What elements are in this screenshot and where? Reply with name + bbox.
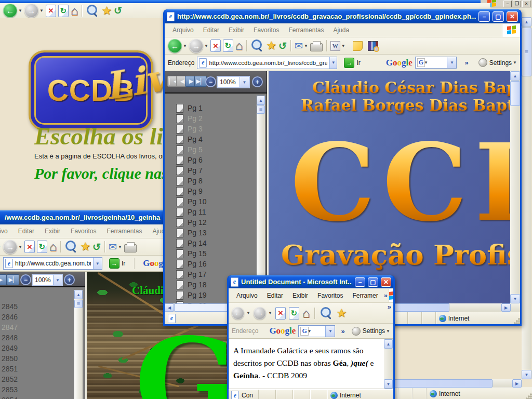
google-settings-button[interactable]: Settings ▼ (478, 58, 517, 67)
viewer-list-item[interactable]: 2852 (0, 374, 85, 384)
scroll-left-icon[interactable]: ◀ (165, 303, 174, 312)
content-vertical-scrollbar[interactable]: ▲ ▼ (510, 71, 520, 303)
minimize-button[interactable]: – (355, 277, 365, 287)
viewer-list-item[interactable]: 2851 (0, 364, 85, 374)
menu-item[interactable]: Ferramentas (102, 226, 147, 236)
home-icon[interactable]: ⌂ (235, 41, 243, 51)
go-button[interactable]: → Ir (344, 58, 360, 68)
viewer-last-icon[interactable]: ▶▏ (7, 274, 19, 285)
scroll-right-icon[interactable]: ▶ (512, 379, 522, 388)
stop-icon[interactable]: ✕ (275, 307, 286, 320)
stop-icon[interactable]: ✕ (46, 5, 56, 17)
menu-item[interactable]: Favoritos (313, 290, 348, 301)
forward-dropdown[interactable]: ▼ (39, 8, 44, 13)
viewer-list-item[interactable]: 2854 (0, 395, 85, 399)
menu-item[interactable]: Favoritos (249, 25, 284, 35)
document-scrollbar[interactable]: ▲ ▼ (384, 339, 393, 389)
google-box-dropdown-icon[interactable]: ▼ (325, 326, 335, 337)
forward-icon[interactable]: → (24, 4, 38, 18)
menu-item[interactable]: Arquivo (232, 290, 262, 301)
viewer-list-item[interactable]: 2846 (0, 312, 85, 322)
back-icon[interactable]: ← (232, 307, 244, 320)
viewer-list-item[interactable]: 2853 (0, 384, 85, 395)
bg-restore-button[interactable]: ❐ (513, 1, 521, 7)
messenger-note-icon[interactable] (353, 41, 363, 51)
mail-icon[interactable]: ✉ (295, 40, 303, 52)
viewer-list-item[interactable]: Pg 11 (165, 207, 267, 217)
scroll-right-icon[interactable]: ▶ (501, 303, 511, 312)
menu-item[interactable]: Exibir (288, 290, 313, 301)
google-logo[interactable]: Google (269, 326, 296, 336)
viewer-next-icon[interactable]: ▶ (0, 274, 7, 285)
viewer-list-item[interactable]: Pg 13 (165, 228, 267, 238)
viewer-zoom-out-icon[interactable]: − (20, 274, 31, 285)
home-icon[interactable]: ⌂ (302, 308, 310, 318)
google-search-box[interactable]: G ▼ ▼ (415, 57, 457, 69)
menu-item[interactable]: Editar (14, 226, 39, 236)
viewer-list-item[interactable]: Pg 15 (165, 248, 267, 259)
scroll-up-icon[interactable]: ▲ (510, 71, 520, 81)
scroll-down-icon[interactable]: ▼ (522, 370, 531, 379)
favorites-icon[interactable]: ★ (336, 308, 347, 319)
google-box-dropdown-icon[interactable]: ▼ (447, 57, 456, 68)
bg-close-button[interactable]: × (522, 1, 530, 7)
menu-item[interactable]: Exibir (40, 226, 65, 236)
viewer-list-item[interactable]: 2847 (0, 322, 85, 332)
search-icon[interactable] (321, 307, 331, 317)
viewer-zoom-in-icon[interactable]: + (252, 76, 263, 87)
forward-icon[interactable]: → (189, 39, 203, 53)
address-dropdown-icon[interactable]: ▼ (329, 57, 337, 69)
address-dropdown-icon[interactable]: ▼ (93, 258, 102, 269)
viewer-list-item[interactable]: Pg 9 (165, 186, 267, 196)
mail-dropdown[interactable]: ▼ (304, 44, 308, 48)
print-icon[interactable] (310, 43, 323, 51)
bg-vertical-scrollbar[interactable]: ▲ ▼ (522, 17, 531, 379)
scroll-up-icon[interactable]: ▲ (384, 339, 393, 349)
refresh-icon[interactable]: ↻ (37, 241, 47, 253)
zoom-dropdown-icon[interactable]: ▼ (240, 77, 249, 87)
google-search-box[interactable]: G ▼ ▼ (298, 325, 335, 337)
viewer-list-item[interactable]: Pg 10 (165, 196, 267, 207)
word-dropdown[interactable]: ▼ (341, 44, 345, 48)
refresh-icon[interactable]: ↻ (289, 307, 299, 320)
back-icon[interactable]: ← (3, 4, 17, 18)
print-icon[interactable] (124, 244, 137, 252)
menu-item[interactable]: Arquivo (0, 226, 12, 236)
viewer-list-item[interactable]: Pg 4 (165, 134, 267, 144)
toolbar-overflow-chevron[interactable]: » (388, 303, 391, 311)
viewer-zoom-out-icon[interactable]: − (205, 76, 216, 87)
scroll-up-icon[interactable]: ▲ (522, 17, 531, 26)
viewer-list-item[interactable]: Pg 3 (165, 124, 267, 134)
forward-icon[interactable]: → (3, 240, 17, 254)
viewer-list-item[interactable]: 2848 (0, 332, 85, 343)
viewer-list-item[interactable]: 2849 (0, 343, 85, 353)
menu-item[interactable]: Ferramentas (284, 25, 328, 35)
viewer-list-item[interactable]: Pg 7 (165, 165, 267, 176)
menu-item[interactable]: Editar (262, 290, 288, 301)
back-dropdown[interactable]: ▼ (18, 8, 22, 13)
history-icon[interactable]: ↺ (278, 40, 287, 52)
address-input[interactable]: e http://www.ccdb.gea.nom.br/ ▼ (3, 257, 102, 270)
untitled-title-bar[interactable]: e Untitled Document - Microsoft Int... –… (229, 275, 393, 288)
scroll-up-icon[interactable]: ▲ (74, 290, 83, 299)
viewer-list-item[interactable]: 2845 (0, 301, 85, 312)
menu-item[interactable]: Exibir (224, 25, 249, 35)
stop-icon[interactable]: ✕ (210, 39, 221, 52)
close-button[interactable]: ✕ (381, 277, 391, 287)
menu-item[interactable]: Ajuda (328, 25, 354, 35)
home-icon[interactable]: ⌂ (71, 6, 78, 16)
mail-icon[interactable]: ✉ (109, 241, 117, 253)
forward-dropdown[interactable]: ▼ (18, 245, 22, 249)
viewer-list-item[interactable]: Pg 8 (165, 176, 267, 186)
back-dropdown[interactable]: ▼ (246, 311, 250, 315)
mail-dropdown[interactable]: ▼ (118, 245, 122, 249)
scrollbar-thumb[interactable] (74, 300, 83, 308)
main-title-bar[interactable]: e http://www.ccdb.gea.nom.br/_livros/ccd… (165, 9, 520, 23)
viewer-list-item[interactable]: Pg 6 (165, 155, 267, 165)
viewer-zoom-in-icon[interactable]: + (64, 274, 75, 285)
maximize-button[interactable]: ▢ (493, 11, 504, 22)
google-g-dropdown[interactable]: ▼ (424, 60, 428, 65)
forward-dropdown[interactable]: ▼ (204, 44, 208, 48)
menu-overflow-chevron[interactable]: » (384, 291, 388, 299)
viewer-list-item[interactable]: Pg 14 (165, 238, 267, 248)
